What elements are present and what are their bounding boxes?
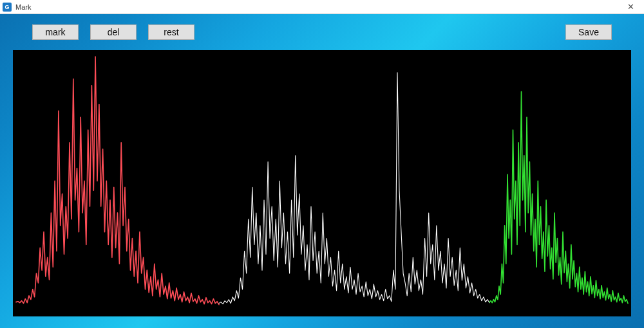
del-button[interactable]: del bbox=[90, 24, 137, 40]
titlebar: G Mark ✕ bbox=[0, 0, 644, 14]
close-icon[interactable]: ✕ bbox=[620, 1, 641, 14]
mark-button[interactable]: mark bbox=[32, 24, 79, 40]
trace-white bbox=[219, 73, 489, 304]
signal-plot[interactable] bbox=[13, 50, 631, 316]
window-title: Mark bbox=[15, 3, 31, 11]
client-area: mark del rest Save bbox=[0, 14, 644, 328]
save-button[interactable]: Save bbox=[565, 24, 612, 40]
rest-button[interactable]: rest bbox=[148, 24, 194, 40]
app-icon: G bbox=[3, 3, 12, 12]
toolbar: mark del rest Save bbox=[13, 22, 631, 42]
trace-red bbox=[16, 57, 219, 305]
trace-green bbox=[489, 92, 628, 304]
